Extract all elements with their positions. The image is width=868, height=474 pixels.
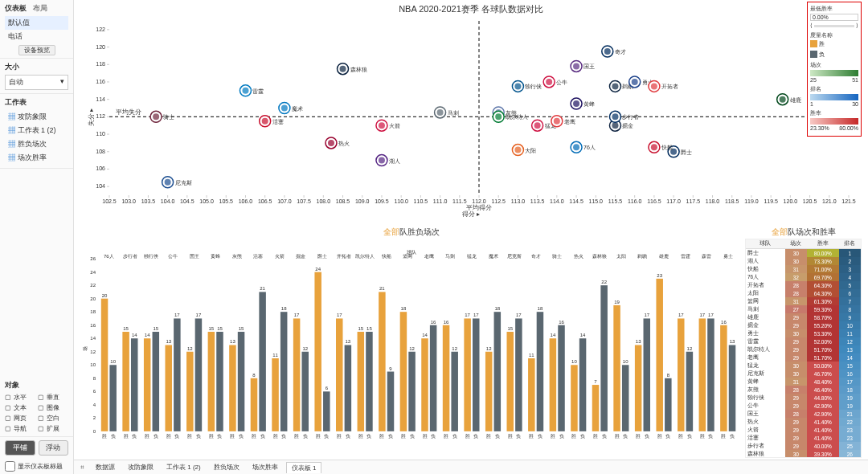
size-select[interactable]: 自动 ▾ bbox=[5, 75, 68, 90]
dashboard-tab[interactable]: 仪表板 bbox=[5, 3, 27, 14]
svg-text:活塞: 活塞 bbox=[253, 253, 263, 259]
show-title-checkbox[interactable] bbox=[5, 461, 15, 472]
table-row[interactable]: 太阳2864.30%6 bbox=[746, 289, 861, 297]
svg-text:奇才: 奇才 bbox=[531, 254, 541, 259]
svg-text:负: 负 bbox=[495, 434, 500, 439]
float-btn[interactable]: 浮动 bbox=[39, 440, 69, 456]
default-item[interactable]: 默认值 bbox=[5, 16, 68, 30]
object-item[interactable]: ▢空白 bbox=[38, 414, 69, 423]
object-item[interactable]: ▢垂直 bbox=[38, 393, 69, 402]
table-row[interactable]: 76人3269.70%4 bbox=[746, 273, 861, 281]
svg-text:113.0: 113.0 bbox=[511, 198, 526, 204]
table-row[interactable]: 雷霆2952.00%12 bbox=[746, 337, 861, 345]
tiled-btn[interactable]: 平铺 bbox=[5, 440, 35, 456]
svg-rect-357 bbox=[550, 338, 557, 431]
svg-text:17: 17 bbox=[465, 313, 470, 317]
svg-text:骑士: 骑士 bbox=[163, 114, 174, 120]
legend-card[interactable]: 最低胜率 0.00% ⟨⟩ 度量名称 胜 负 场次 2551 排名 130 胜率… bbox=[807, 2, 862, 137]
svg-text:120.0: 120.0 bbox=[784, 198, 798, 204]
sheet-tab[interactable]: 数据源 bbox=[91, 462, 120, 473]
sheet-item[interactable]: ▦ 工作表 1 (2) bbox=[5, 124, 68, 137]
sheet-tab[interactable]: 胜负场次 bbox=[209, 462, 244, 473]
object-item[interactable]: ▢图像 bbox=[38, 403, 69, 412]
svg-text:场: 场 bbox=[83, 346, 88, 352]
table-row[interactable]: 步行者2940.00%25 bbox=[746, 442, 861, 450]
svg-rect-282 bbox=[323, 391, 330, 431]
table-row[interactable]: 老鹰2951.70%14 bbox=[746, 353, 861, 362]
svg-rect-315 bbox=[421, 338, 428, 431]
object-icon: ▢ bbox=[38, 415, 44, 422]
svg-text:森林狼: 森林狼 bbox=[350, 67, 367, 72]
svg-text:12: 12 bbox=[187, 346, 193, 351]
sheets-panel: 工作表 ▦ 攻防象限▦ 工作表 1 (2)▦ 胜负场次▦ 场次胜率 bbox=[0, 94, 73, 169]
show-title-check-row[interactable]: 显示仪表板标题 bbox=[0, 459, 73, 474]
table-col[interactable]: 场次 bbox=[785, 239, 807, 249]
table-row[interactable]: 湖人3073.30%2 bbox=[746, 257, 861, 265]
table-row[interactable]: 篮网3161.30%7 bbox=[746, 297, 861, 305]
sheet-tab[interactable]: 场次胜率 bbox=[248, 462, 283, 473]
table-row[interactable]: 马刺2759.30%8 bbox=[746, 305, 861, 313]
object-item[interactable]: ▢网页 bbox=[5, 414, 36, 423]
table-row[interactable]: 灰熊2846.40%18 bbox=[746, 386, 861, 394]
svg-text:太阳: 太阳 bbox=[616, 254, 626, 259]
scatter-chart[interactable]: 102.5103.0103.5104.0104.5105.0105.5106.0… bbox=[80, 17, 862, 218]
svg-text:公牛: 公牛 bbox=[168, 254, 178, 259]
object-item[interactable]: ▢水平 bbox=[5, 393, 36, 402]
table-row[interactable]: 活塞2941.40%23 bbox=[746, 434, 861, 442]
table-row[interactable]: 国王2842.90%21 bbox=[746, 410, 861, 418]
table-row[interactable]: 雄鹿2958.70%9 bbox=[746, 313, 861, 321]
lower-panels: 全部队胜负场次 02468101214161820222426球队76人2010… bbox=[74, 225, 868, 460]
object-item[interactable]: ▢导航 bbox=[5, 424, 36, 433]
table-row[interactable]: 热火2941.40%22 bbox=[746, 418, 861, 426]
bar-panel: 全部队胜负场次 02468101214161820222426球队76人2010… bbox=[80, 227, 742, 458]
main-area: NBA 2020-2021赛季 各球队数据对比 102.5103.0103.51… bbox=[74, 0, 868, 474]
table-row[interactable]: 勇士3053.30%11 bbox=[746, 329, 861, 337]
sheet-item[interactable]: ▦ 攻防象限 bbox=[5, 110, 68, 124]
svg-text:胜: 胜 bbox=[615, 434, 620, 439]
svg-text:15: 15 bbox=[366, 326, 372, 331]
object-item[interactable]: ▢文本 bbox=[5, 403, 36, 412]
table-col[interactable]: 球队 bbox=[746, 239, 785, 249]
table-col[interactable]: 排名 bbox=[839, 239, 861, 249]
svg-text:负: 负 bbox=[580, 434, 585, 439]
table-row[interactable]: 开拓者2864.30%5 bbox=[746, 281, 861, 289]
svg-text:120: 120 bbox=[96, 44, 105, 50]
svg-point-187 bbox=[780, 96, 786, 103]
table-row[interactable]: 尼克斯3046.70%16 bbox=[746, 370, 861, 378]
table-row[interactable]: 公牛2942.90%19 bbox=[746, 402, 861, 410]
table-row[interactable]: 火箭2941.40%23 bbox=[746, 426, 861, 434]
layout-tab[interactable]: 布局 bbox=[33, 3, 47, 14]
sheet-tab[interactable]: 攻防象限 bbox=[123, 462, 158, 473]
sheet-tab[interactable]: 仪表板 1 bbox=[286, 462, 322, 473]
svg-text:110.0: 110.0 bbox=[394, 198, 408, 204]
data-source-icon[interactable]: ⌗ bbox=[80, 464, 84, 472]
bar-chart[interactable]: 02468101214161820222426球队76人2010胜负步行者151… bbox=[80, 239, 742, 458]
svg-text:胜: 胜 bbox=[700, 434, 705, 439]
table-row[interactable]: 黄蜂3148.40%17 bbox=[746, 378, 861, 386]
table-row[interactable]: 快船3171.00%3 bbox=[746, 265, 861, 273]
phone-item[interactable]: 电话 bbox=[5, 30, 68, 43]
rate-table[interactable]: 球队场次胜率排名 爵士3080.00%1湖人3073.30%2快船3171.00… bbox=[746, 239, 861, 458]
device-preview-btn[interactable]: 设备预览 bbox=[18, 45, 55, 55]
table-col[interactable]: 胜率 bbox=[807, 239, 839, 249]
svg-text:104: 104 bbox=[96, 183, 105, 189]
svg-text:12: 12 bbox=[302, 346, 308, 351]
min-rate-slider[interactable]: ⟨⟩ bbox=[810, 22, 858, 29]
svg-text:14: 14 bbox=[551, 333, 556, 337]
sheet-item[interactable]: ▦ 胜负场次 bbox=[5, 137, 68, 151]
svg-rect-392 bbox=[656, 279, 663, 431]
table-row[interactable]: 森林狼3039.30%26 bbox=[746, 450, 861, 458]
object-item[interactable]: ▢扩展 bbox=[38, 424, 69, 433]
svg-text:108: 108 bbox=[96, 149, 105, 154]
table-row[interactable]: 独行侠2944.80%19 bbox=[746, 394, 861, 402]
table-row[interactable]: 掘金2955.20%10 bbox=[746, 321, 861, 329]
sheet-tab[interactable]: 工作表 1 (2) bbox=[162, 462, 206, 473]
table-row[interactable]: 凯尔特人2951.70%13 bbox=[746, 345, 861, 353]
svg-text:胜: 胜 bbox=[294, 434, 299, 439]
svg-rect-413 bbox=[720, 325, 727, 431]
sheet-item[interactable]: ▦ 场次胜率 bbox=[5, 151, 68, 165]
svg-rect-259 bbox=[251, 378, 258, 431]
table-row[interactable]: 爵士3080.00%1 bbox=[746, 249, 861, 258]
svg-text:负: 负 bbox=[303, 434, 308, 439]
table-row[interactable]: 猛龙3050.00%15 bbox=[746, 362, 861, 370]
